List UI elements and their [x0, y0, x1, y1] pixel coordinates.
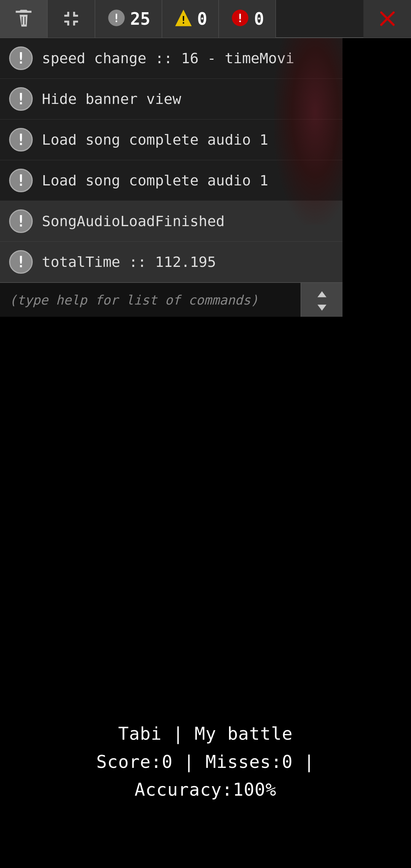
log-icon-5: ! — [8, 249, 34, 275]
log-item[interactable]: ! Load song complete audio 1 — [0, 160, 342, 201]
log-text-3: Load song complete audio 1 — [42, 172, 268, 189]
log-text-2: Load song complete audio 1 — [42, 131, 268, 148]
log-item[interactable]: ! totalTime :: 112.195 — [0, 242, 342, 282]
alert-icon: ! — [174, 8, 193, 29]
svg-text:!: ! — [237, 11, 244, 25]
warning-icon: ! — [107, 8, 126, 29]
alert-count: 0 — [197, 9, 207, 29]
input-bar: (type help for list of commands) — [0, 282, 342, 317]
log-item[interactable]: ! speed change :: 16 - timeMovi — [0, 38, 342, 79]
game-area: Tabi | My battle Score:0 | Misses:0 | Ac… — [0, 317, 411, 850]
log-item[interactable]: ! Hide banner view — [0, 79, 342, 120]
error-icon: ! — [230, 8, 250, 29]
score-display: Tabi | My battle Score:0 | Misses:0 | Ac… — [0, 720, 411, 804]
scroll-button[interactable] — [301, 283, 342, 317]
log-text-4: SongAudioLoadFinished — [42, 213, 225, 230]
log-item[interactable]: ! SongAudioLoadFinished — [0, 201, 342, 242]
toolbar: ! 25 ! 0 ! 0 — [0, 0, 411, 38]
delete-button[interactable] — [0, 0, 48, 38]
log-panel: ! speed change :: 16 - timeMovi ! Hide b… — [0, 38, 342, 317]
log-icon-3: ! — [8, 167, 34, 194]
svg-text:!: ! — [180, 14, 186, 26]
close-button[interactable] — [363, 0, 411, 38]
error-badge[interactable]: ! 0 — [219, 0, 276, 38]
log-icon-0: ! — [8, 45, 34, 72]
compress-button[interactable] — [48, 0, 95, 38]
alert-badge[interactable]: ! 0 — [162, 0, 219, 38]
input-hint[interactable]: (type help for list of commands) — [0, 283, 301, 317]
log-icon-4: ! — [8, 208, 34, 235]
log-text-1: Hide banner view — [42, 91, 181, 107]
score-line3: Accuracy:100% — [0, 776, 411, 804]
warning-badge[interactable]: ! 25 — [95, 0, 162, 38]
warning-count: 25 — [130, 9, 150, 29]
log-text-0: speed change :: 16 - timeMovi — [42, 50, 294, 67]
log-item[interactable]: ! Load song complete audio 1 — [0, 120, 342, 160]
svg-text:!: ! — [113, 11, 120, 25]
log-text-5: totalTime :: 112.195 — [42, 254, 216, 270]
log-icon-2: ! — [8, 126, 34, 153]
error-count: 0 — [254, 9, 264, 29]
score-line1: Tabi | My battle — [0, 720, 411, 748]
log-icon-1: ! — [8, 86, 34, 112]
score-line2: Score:0 | Misses:0 | — [0, 748, 411, 776]
